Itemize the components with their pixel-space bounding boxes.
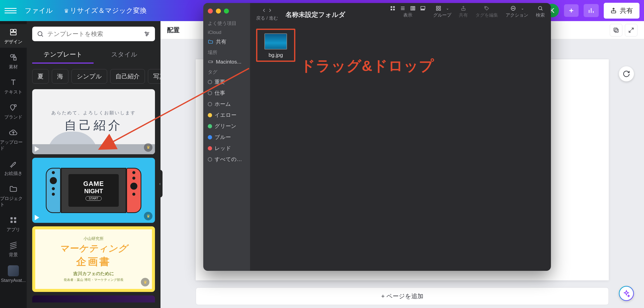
- edit-tag[interactable]: タグを編集: [475, 6, 498, 18]
- template-card-4[interactable]: [32, 295, 155, 302]
- finder-share[interactable]: 共有: [459, 6, 468, 18]
- tag-yellow[interactable]: イエロー: [203, 110, 250, 121]
- filter-icon[interactable]: [143, 30, 150, 37]
- view-switcher[interactable]: 表示: [390, 6, 426, 18]
- tab-templates[interactable]: テンプレート: [32, 46, 94, 64]
- share-button[interactable]: 共有: [604, 3, 639, 19]
- tag-all[interactable]: すべての…: [203, 154, 250, 165]
- template-card-2[interactable]: GAME NIGHT START ♛: [32, 158, 155, 223]
- template-card-3[interactable]: 小山研究所 マーケティング 企画書 吉川カフェのために 発表者：葉山 博司・マー…: [32, 226, 155, 292]
- rail-background[interactable]: 背景: [0, 237, 27, 261]
- menu-button[interactable]: [5, 5, 17, 17]
- svg-rect-33: [439, 9, 440, 10]
- finder-content[interactable]: bg.jpg ドラッグ&ドロップ: [250, 24, 551, 271]
- finder-title: 名称未設定フォルダ: [286, 10, 345, 19]
- finder-search[interactable]: 検索: [536, 6, 545, 18]
- search-icon: [37, 30, 44, 37]
- forward-icon: ›: [269, 6, 271, 14]
- tag-red[interactable]: レッド: [203, 143, 250, 154]
- svg-rect-26: [421, 7, 425, 9]
- add-page-button[interactable]: + ページを追加: [196, 287, 609, 305]
- list-view-icon: [400, 6, 406, 11]
- file-tile-bg[interactable]: bg.jpg: [256, 29, 295, 62]
- rail-draw[interactable]: お絵描き: [0, 156, 27, 179]
- template-card-1[interactable]: あらためて、よろしくお願いします 自己紹介 ♛: [32, 89, 155, 154]
- panel-collapse-handle[interactable]: ‹: [157, 170, 163, 197]
- rail-upload[interactable]: アップロード: [0, 125, 27, 154]
- nav-back-forward[interactable]: ‹› 戻る / 進む: [256, 6, 278, 21]
- refresh-fab[interactable]: [619, 66, 634, 81]
- rail-apps[interactable]: アプリ: [0, 212, 27, 236]
- file-thumbnail: [264, 33, 287, 49]
- chip-sea[interactable]: 海: [52, 69, 68, 84]
- text-icon: [8, 77, 18, 87]
- sidebar-item-shared[interactable]: 共有: [203, 36, 250, 47]
- ai-assist-fab[interactable]: [619, 286, 634, 301]
- svg-point-37: [513, 8, 513, 9]
- svg-point-12: [145, 32, 146, 33]
- rail-projects[interactable]: プロジェクト: [0, 181, 27, 211]
- chip-simple[interactable]: シンプル: [71, 69, 107, 84]
- tag-blue[interactable]: ブルー: [203, 132, 250, 143]
- svg-rect-32: [436, 9, 438, 10]
- column-view-icon: [410, 6, 416, 11]
- gallery-view-icon: [420, 6, 426, 11]
- chip-selfintro[interactable]: 自己紹介: [110, 69, 145, 84]
- background-icon: [8, 240, 18, 250]
- tag-work[interactable]: 仕事: [203, 87, 250, 98]
- svg-rect-19: [391, 6, 392, 8]
- position-button[interactable]: 配置: [167, 26, 180, 34]
- svg-rect-5: [14, 58, 16, 60]
- chip-row: 夏 海 シンプル 自己紹介 写真 ›: [32, 69, 155, 84]
- svg-rect-15: [615, 29, 618, 32]
- expand-button[interactable]: [625, 24, 637, 36]
- svg-rect-8: [14, 217, 16, 220]
- sidebar-tags-header: タグ: [203, 67, 250, 76]
- rail-elements[interactable]: 素材: [0, 49, 27, 73]
- rail-text[interactable]: テキスト: [0, 74, 27, 98]
- rail-starry-avatar[interactable]: StarryAvat...: [0, 262, 27, 286]
- svg-rect-22: [393, 9, 395, 10]
- analytics-button[interactable]: [584, 4, 599, 17]
- svg-rect-16: [614, 28, 617, 31]
- tab-styles[interactable]: スタイル: [94, 46, 155, 64]
- svg-point-11: [38, 32, 42, 36]
- close-window-icon[interactable]: [208, 9, 213, 14]
- back-icon: ‹: [263, 6, 265, 14]
- duplicate-page-button[interactable]: [610, 24, 622, 36]
- svg-rect-6: [14, 105, 16, 107]
- chip-summer[interactable]: 夏: [32, 69, 49, 84]
- folder-icon: [8, 184, 18, 194]
- minimize-window-icon[interactable]: [216, 9, 221, 14]
- tag-green[interactable]: グリーン: [203, 121, 250, 132]
- finder-window: よく使う項目 iCloud 共有 場所 Macintos... タグ 重要 仕事…: [203, 3, 551, 271]
- rail-design[interactable]: デザイン: [0, 24, 27, 48]
- starry-avatar-icon: [8, 265, 19, 276]
- tag-icon: [484, 6, 490, 11]
- group-menu[interactable]: ⌄ グループ: [433, 6, 451, 18]
- svg-point-38: [512, 8, 512, 9]
- zoom-window-icon[interactable]: [224, 9, 229, 14]
- sidebar-item-disk[interactable]: Macintos...: [203, 57, 250, 67]
- window-controls[interactable]: [203, 7, 250, 18]
- action-menu[interactable]: ⌄ アクション: [506, 6, 528, 18]
- tag-home[interactable]: ホーム: [203, 98, 250, 110]
- add-member-button[interactable]: [564, 4, 579, 17]
- upload-icon: [8, 128, 18, 138]
- icon-view-icon: [390, 6, 395, 11]
- template-search[interactable]: [32, 27, 155, 41]
- svg-rect-24: [412, 7, 414, 10]
- file-menu[interactable]: ファイル: [22, 4, 56, 17]
- svg-point-13: [147, 33, 148, 35]
- crown-icon: ♛: [64, 8, 69, 14]
- svg-rect-20: [393, 6, 395, 8]
- draw-icon: [8, 159, 18, 169]
- design-icon: [8, 27, 18, 37]
- tag-important[interactable]: 重要: [203, 76, 250, 87]
- svg-rect-1: [11, 29, 13, 32]
- resize-magic-button[interactable]: ♛リサイズ＆マジック変換: [61, 4, 150, 17]
- premium-icon: ♛: [144, 212, 152, 220]
- rail-brand[interactable]: ブランド: [0, 99, 27, 123]
- search-input[interactable]: [47, 30, 140, 37]
- sidebar-favorites-header: よく使う項目: [203, 18, 250, 28]
